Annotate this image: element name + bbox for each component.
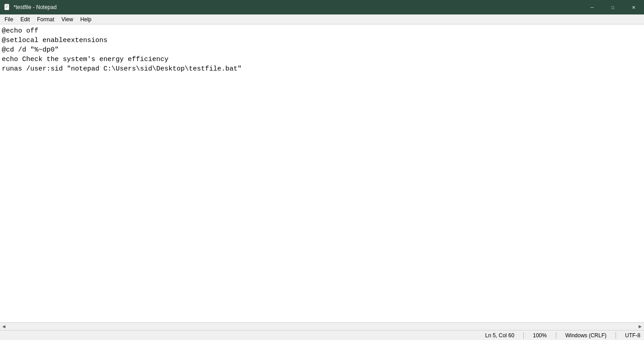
menu-file[interactable]: File [1,15,17,24]
menu-view[interactable]: View [58,15,77,24]
menu-format[interactable]: Format [33,15,58,24]
title-bar-left: *testfile - Notepad [4,4,56,11]
status-separator-3 [616,332,616,339]
title-bar-controls: ─ □ ✕ [582,0,644,14]
title-text: *testfile - Notepad [14,4,56,10]
cursor-position: Ln 5, Col 60 [485,332,514,339]
menu-bar: File Edit Format View Help [0,14,644,24]
menu-edit[interactable]: Edit [17,15,33,24]
menu-help[interactable]: Help [77,15,95,24]
text-editor[interactable] [0,24,644,322]
minimize-button[interactable]: ─ [582,0,602,14]
encoding: UTF-8 [625,332,640,339]
horizontal-scrollbar: ◀ ▶ [0,322,644,330]
status-bar: Ln 5, Col 60 100% Windows (CRLF) UTF-8 [0,330,644,340]
svg-rect-1 [6,4,8,5]
notepad-icon [4,4,11,11]
close-button[interactable]: ✕ [623,0,644,14]
line-ending: Windows (CRLF) [565,332,607,339]
zoom-level: 100% [533,332,547,339]
maximize-button[interactable]: □ [602,0,623,14]
scroll-left-arrow[interactable]: ◀ [0,323,8,331]
editor-area [0,24,644,322]
status-separator-2 [556,332,556,339]
scroll-track[interactable] [8,323,636,331]
title-bar: *testfile - Notepad ─ □ ✕ [0,0,644,14]
scroll-right-arrow[interactable]: ▶ [636,323,644,331]
status-separator-1 [523,332,524,339]
